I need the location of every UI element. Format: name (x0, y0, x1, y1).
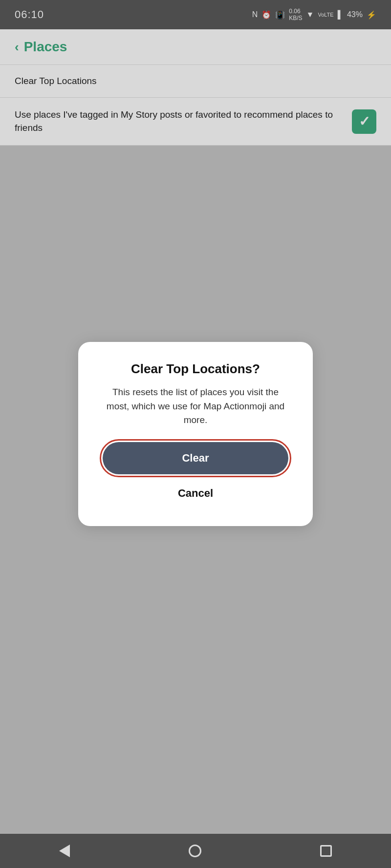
cancel-button[interactable]: Cancel (103, 478, 288, 508)
dialog-title: Clear Top Locations? (103, 361, 288, 377)
clear-button[interactable]: Clear (103, 442, 288, 474)
dialog-message: This resets the list of places you visit… (103, 385, 288, 427)
dialog-overlay: Clear Top Locations? This resets the lis… (0, 0, 391, 868)
clear-dialog: Clear Top Locations? This resets the lis… (78, 342, 313, 526)
